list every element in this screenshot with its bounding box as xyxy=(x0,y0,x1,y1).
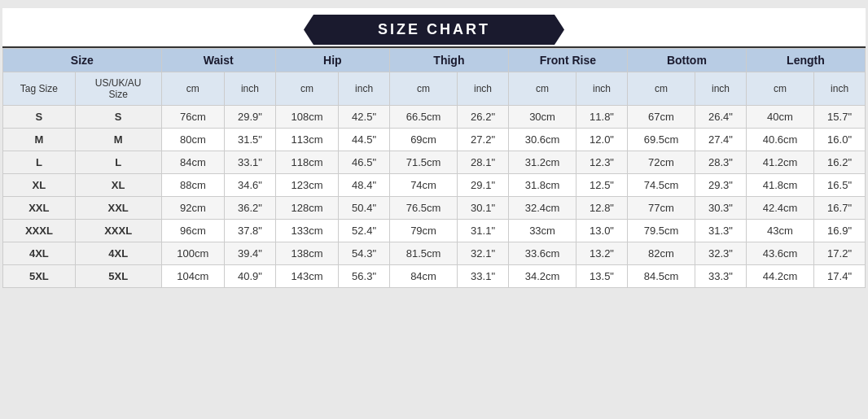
header-thigh-cm: cm xyxy=(389,72,457,106)
table-row: SS76cm29.9"108cm42.5"66.5cm26.2"30cm11.8… xyxy=(3,106,866,129)
table-row: LL84cm33.1"118cm46.5"71.5cm28.1"31.2cm12… xyxy=(3,151,866,174)
header-len-cm: cm xyxy=(746,72,813,106)
table-body: SS76cm29.9"108cm42.5"66.5cm26.2"30cm11.8… xyxy=(3,106,866,288)
table-row: XLXL88cm34.6"123cm48.4"74cm29.1"31.8cm12… xyxy=(3,174,866,197)
header-length: Length xyxy=(746,49,865,72)
header-row-main: Size Waist Hip Thigh Front Rise Bottom L… xyxy=(3,49,866,72)
header-hip-cm: cm xyxy=(275,72,338,106)
header-tag-size: Tag Size xyxy=(3,72,76,106)
header-rise-cm: cm xyxy=(508,72,576,106)
header-front-rise: Front Rise xyxy=(508,49,627,72)
header-size: Size xyxy=(3,49,162,72)
chart-title: SIZE CHART xyxy=(378,21,490,37)
table-row: MM80cm31.5"113cm44.5"69cm27.2"30.6cm12.0… xyxy=(3,129,866,151)
table-row: 4XL4XL100cm39.4"138cm54.3"81.5cm32.1"33.… xyxy=(3,242,866,265)
table-row: XXLXXL92cm36.2"128cm50.4"76.5cm30.1"32.4… xyxy=(3,197,866,220)
header-hip: Hip xyxy=(275,49,389,72)
table-row: XXXLXXXL96cm37.8"133cm52.4"79cm31.1"33cm… xyxy=(3,220,866,242)
header-bottom-cm: cm xyxy=(627,72,695,106)
header-waist-cm: cm xyxy=(161,72,224,106)
header-row-units: Tag Size US/UK/AUSize cm inch cm inch cm… xyxy=(3,72,866,106)
title-banner: SIZE CHART xyxy=(304,15,564,45)
header-thigh-inch: inch xyxy=(458,72,509,106)
size-chart-container: SIZE CHART Size Waist Hip Thigh Front Ri… xyxy=(2,8,866,288)
header-hip-inch: inch xyxy=(339,72,390,106)
header-rise-inch: inch xyxy=(576,72,628,106)
header-bottom: Bottom xyxy=(627,49,746,72)
size-table: Size Waist Hip Thigh Front Rise Bottom L… xyxy=(2,48,866,288)
table-row: 5XL5XL104cm40.9"143cm56.3"84cm33.1"34.2c… xyxy=(3,265,866,288)
header-thigh: Thigh xyxy=(389,49,508,72)
header-us-size: US/UK/AUSize xyxy=(75,72,161,106)
header-waist: Waist xyxy=(161,49,275,72)
header-bottom-inch: inch xyxy=(695,72,747,106)
header-len-inch: inch xyxy=(814,72,866,106)
header-waist-inch: inch xyxy=(225,72,276,106)
